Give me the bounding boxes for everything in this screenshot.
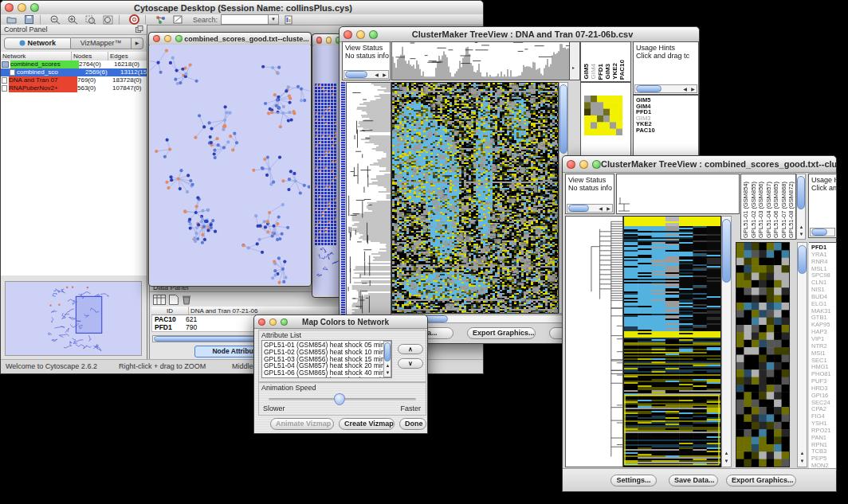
zoom-out-icon[interactable] [49,14,62,25]
row-dendrogram-canvas[interactable] [566,217,622,467]
scrollbar-thumb[interactable] [345,71,367,78]
network-overview-canvas[interactable] [6,282,141,355]
column-label[interactable]: GIM4 [590,64,597,80]
zoom-button[interactable] [175,35,183,42]
attribute-list-scrollbar[interactable]: ▲ ▼ [383,341,391,377]
scrollbar-thumb[interactable] [797,176,805,209]
network-row[interactable]: combined_sco 2569(6) 13112(15) [1,68,147,76]
close-button[interactable] [153,35,160,42]
data-col-attr[interactable]: DNA and Tran 07-21-06 [189,307,340,315]
col-nodes[interactable]: Nodes [72,52,108,61]
open-session-icon[interactable] [5,14,18,25]
scroll-down-button[interactable]: ▼ [384,369,391,377]
annotation-icon[interactable] [171,14,185,25]
column-label[interactable]: GPL51-08 (GSM872) [787,182,795,238]
data-col-id[interactable]: ID [151,307,189,315]
close-button[interactable] [567,160,575,169]
column-label[interactable]: PFD1 [597,64,604,80]
export-graphics-button[interactable]: Export Graphics... [726,475,796,486]
attribute-item[interactable]: GPL51-07 (GSM868) heat shock 60 min [264,377,390,378]
scroll-down-button[interactable]: ▼ [799,458,806,465]
network-view-2-canvas[interactable] [313,45,340,295]
treeview1-heatmap-canvas[interactable] [392,83,558,313]
minimize-button[interactable] [269,318,277,326]
treeview1-global-strip[interactable] [340,82,346,335]
scroll-left-button[interactable]: ◀ [681,86,689,93]
usage-hints-scrollbar[interactable] [810,228,835,236]
zoom-selected-icon[interactable] [84,14,97,25]
treeview2-titlebar[interactable]: ClusterMaker TreeView : combined_scores_… [563,156,836,173]
treeview2-vscrollbar[interactable]: ▲ ▼ [721,216,732,467]
column-label[interactable]: GIM3 [604,64,611,80]
expand-arrow-icon[interactable]: ▸ [572,64,575,70]
attribute-browser-icon[interactable] [283,14,296,25]
scrollbar-thumb[interactable] [636,85,662,92]
close-button[interactable] [316,37,322,44]
network-window-2-titlebar[interactable] [312,34,341,46]
scroll-right-button[interactable]: ▶ [605,205,612,213]
float-panel-icon[interactable] [135,25,143,33]
network-row[interactable]: RNAPuberNov2+ 563(0) 107847(0) [1,84,147,92]
scroll-up-button[interactable]: ▲ [799,450,806,457]
new-attribute-icon[interactable] [169,295,179,305]
scroll-left-button[interactable]: ◀ [597,205,604,213]
similarity-matrix-canvas[interactable] [584,96,622,135]
zoom-fit-icon[interactable] [101,14,115,25]
close-button[interactable] [344,30,352,39]
treeview1-titlebar[interactable]: ClusterMaker TreeView : DNA and Tran 07-… [340,27,699,42]
col-network[interactable]: Network [1,52,72,61]
scrollbar-thumb[interactable] [568,205,589,212]
network-row[interactable]: combined_scores 2764(0) 16218(0) [1,61,147,68]
usage-hints-scrollbar[interactable]: ◀ ▶ [634,84,697,93]
column-dendrogram-canvas[interactable] [617,174,739,213]
export-graphics-button[interactable]: Export Graphics... [467,327,536,339]
scroll-down-button[interactable]: ▼ [723,458,730,465]
minimize-button[interactable] [326,37,332,44]
delete-attribute-icon[interactable] [182,295,191,305]
view-status-scrollbar[interactable]: ◀ ▶ [567,204,613,213]
zoom-button[interactable] [592,160,601,169]
search-input[interactable] [221,14,269,25]
network-view-1-canvas[interactable] [150,45,310,285]
minimize-button[interactable] [18,3,26,12]
create-vizmap-button[interactable]: Create Vizmap [339,418,395,430]
move-up-button[interactable]: ∧ [398,344,423,354]
column-label[interactable]: GPL51-06 (GSM865) [772,182,780,238]
column-label[interactable]: GPL51-04 (GSM857) [765,182,773,238]
attribute-table-icon[interactable] [153,295,166,305]
scroll-up-button[interactable]: ▲ [384,362,391,369]
treeview2-zoom-scrollbar[interactable]: ▲ ▼ [797,242,807,467]
search-dropdown-arrow[interactable]: ▼ [269,14,279,25]
network-overview-panel[interactable] [5,281,142,356]
scroll-right-button[interactable]: ▶ [381,72,388,79]
done-button[interactable]: Done [399,418,426,430]
tab-network[interactable]: Network [4,37,71,49]
column-dendrogram-canvas[interactable] [392,42,569,80]
scrollbar-thumb[interactable] [798,245,807,274]
column-label[interactable]: GPL51-07 (GSM868) [780,182,788,238]
scroll-left-button[interactable]: ◀ [373,72,380,79]
scroll-right-button[interactable]: ▶ [689,86,697,93]
treeview2-labels-scrollbar[interactable]: ▲ ▼ [796,174,806,240]
help-lifering-icon[interactable] [128,14,141,25]
network-window-1-titlebar[interactable]: combined_scores_good.txt--cluste... [149,33,311,45]
dialog-titlebar[interactable]: Map Colors to Network [254,315,427,329]
column-label[interactable]: GIM5 [583,64,590,80]
tab-vizmapper[interactable]: VizMapper™ [71,37,132,49]
main-titlebar[interactable]: Cytoscape Desktop (Session Name: collins… [1,1,483,15]
column-label[interactable]: GPL51-02 (GSM855) [750,182,758,238]
treeview2-heatmap-canvas[interactable] [624,217,720,467]
network-row[interactable]: DNA and Tran 07 769(0) 183728(0) [1,76,147,84]
zoom-heatmap-canvas[interactable] [736,243,789,467]
gene-label[interactable]: PAC10 [636,127,698,134]
view-status-scrollbar[interactable]: ◀ ▶ [344,70,389,79]
zoom-button[interactable] [369,30,378,39]
zoom-in-icon[interactable] [66,14,80,25]
close-button[interactable] [5,3,14,12]
column-label[interactable]: GPL51-03 (GSM856) [757,182,765,238]
close-button[interactable] [258,318,265,326]
save-data-button[interactable]: Save Data... [669,475,718,486]
minimize-button[interactable] [579,160,588,169]
settings-button[interactable]: Settings... [610,475,657,486]
scroll-down-button[interactable]: ▼ [798,231,805,238]
